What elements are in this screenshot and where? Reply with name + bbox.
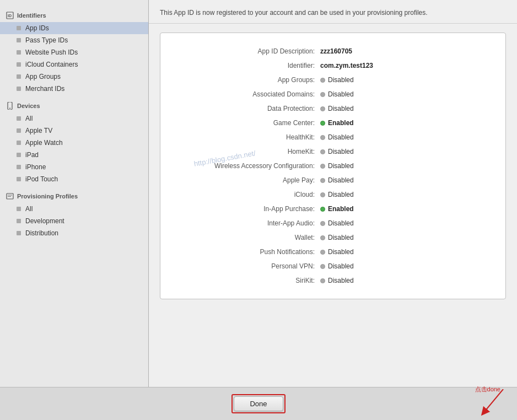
sidebar-item-app-ids[interactable]: App IDs — [0, 22, 148, 34]
sidebar-bullet-app-ids — [17, 26, 21, 30]
content-body: http://blog.csdn.net/ App ID Description… — [149, 24, 517, 387]
table-row: Data Protection:Disabled — [177, 101, 489, 116]
sidebar-bullet-app-groups — [17, 74, 21, 79]
sidebar-section-label-devices: Devices — [17, 103, 40, 109]
table-row: Associated Domains:Disabled — [177, 87, 489, 101]
row-value-11: Enabled — [320, 205, 354, 213]
sidebar-label-iphone: iPhone — [25, 163, 46, 171]
svg-point-3 — [9, 108, 10, 109]
info-card: http://blog.csdn.net/ App ID Description… — [160, 33, 506, 299]
sidebar-bullet-icloud-containers — [17, 62, 21, 67]
table-row: iCloud:Disabled — [177, 187, 489, 202]
row-label-14: Push Notifications: — [177, 248, 320, 256]
sidebar-bullet-apple-watch — [17, 141, 21, 145]
svg-text:ID: ID — [8, 14, 12, 18]
row-text-1: com.zym.test123 — [320, 62, 373, 69]
done-button[interactable]: Done — [234, 396, 283, 411]
sidebar-item-distribution[interactable]: Distribution — [0, 227, 148, 239]
annotation-text: 点击done — [475, 385, 500, 394]
status-dot-2 — [320, 78, 325, 83]
row-value-10: Disabled — [320, 191, 354, 198]
sidebar-item-apple-tv[interactable]: Apple TV — [0, 125, 148, 137]
row-text-3: Disabled — [328, 90, 354, 98]
row-value-13: Disabled — [320, 234, 354, 241]
sidebar-item-all[interactable]: All — [0, 112, 148, 125]
footer: Done 点击done — [0, 387, 517, 420]
sidebar-section-label-identifiers: Identifiers — [17, 12, 46, 19]
row-value-5: Enabled — [320, 119, 354, 127]
row-text-11: Enabled — [328, 205, 354, 213]
status-dot-11 — [320, 207, 325, 212]
sidebar-bullet-website-push-ids — [17, 50, 21, 55]
sidebar-label-icloud-containers: iCloud Containers — [25, 61, 78, 68]
sidebar-bullet-merchant-ids — [17, 87, 21, 91]
row-text-10: Disabled — [328, 191, 354, 198]
row-text-9: Disabled — [328, 176, 354, 184]
sidebar-item-website-push-ids[interactable]: Website Push IDs — [0, 46, 148, 58]
sidebar-label-pass-type-ids: Pass Type IDs — [25, 36, 68, 44]
row-text-13: Disabled — [328, 234, 354, 241]
status-dot-14 — [320, 250, 325, 255]
table-row: HealthKit:Disabled — [177, 130, 489, 144]
svg-line-7 — [484, 389, 503, 412]
sidebar-label-ipod-touch: iPod Touch — [25, 175, 58, 183]
sidebar-item-iphone[interactable]: iPhone — [0, 161, 148, 173]
sidebar-item-ipod-touch[interactable]: iPod Touch — [0, 173, 148, 185]
sidebar-label-all-profiles: All — [25, 205, 33, 213]
sidebar-item-pass-type-ids[interactable]: Pass Type IDs — [0, 34, 148, 46]
row-label-2: App Groups: — [177, 76, 320, 84]
row-label-4: Data Protection: — [177, 105, 320, 112]
sidebar-label-app-ids: App IDs — [25, 24, 49, 32]
row-text-8: Disabled — [328, 162, 354, 170]
sidebar-bullet-iphone — [17, 165, 21, 169]
status-dot-13 — [320, 235, 325, 240]
row-label-6: HealthKit: — [177, 133, 320, 141]
sidebar-item-apple-watch[interactable]: Apple Watch — [0, 137, 148, 149]
done-button-wrapper: Done — [234, 396, 283, 411]
table-row: Apple Pay:Disabled — [177, 173, 489, 187]
sidebar-item-development[interactable]: Development — [0, 215, 148, 227]
sidebar: IDIdentifiersApp IDsPass Type IDsWebsite… — [0, 0, 149, 387]
row-text-6: Disabled — [328, 133, 354, 141]
row-label-5: Game Center: — [177, 119, 320, 127]
table-row: Push Notifications:Disabled — [177, 245, 489, 259]
sidebar-bullet-pass-type-ids — [17, 38, 21, 42]
sidebar-section-provisioning-profiles: Provisioning Profiles — [0, 189, 148, 203]
row-text-5: Enabled — [328, 119, 354, 127]
svg-rect-4 — [7, 193, 13, 199]
row-text-12: Disabled — [328, 219, 354, 227]
status-dot-7 — [320, 149, 325, 154]
sidebar-item-app-groups[interactable]: App Groups — [0, 71, 148, 83]
status-dot-9 — [320, 178, 325, 183]
sidebar-item-icloud-containers[interactable]: iCloud Containers — [0, 58, 148, 71]
provisioning-profiles-icon — [6, 192, 14, 201]
table-row: Personal VPN:Disabled — [177, 259, 489, 273]
row-value-12: Disabled — [320, 219, 354, 227]
sidebar-label-apple-tv: Apple TV — [25, 127, 52, 134]
status-dot-12 — [320, 221, 325, 226]
sidebar-label-ipad: iPad — [25, 151, 39, 159]
sidebar-section-identifiers: IDIdentifiers — [0, 8, 148, 22]
row-label-13: Wallet: — [177, 234, 320, 241]
row-text-2: Disabled — [328, 76, 354, 84]
row-text-7: Disabled — [328, 148, 354, 155]
sidebar-item-merchant-ids[interactable]: Merchant IDs — [0, 83, 148, 95]
devices-icon — [6, 101, 14, 110]
row-label-12: Inter-App Audio: — [177, 219, 320, 227]
table-row: App ID Description:zzz160705 — [177, 44, 489, 58]
status-dot-3 — [320, 92, 325, 97]
row-value-16: Disabled — [320, 277, 354, 284]
sidebar-section-devices: Devices — [0, 98, 148, 112]
sidebar-label-apple-watch: Apple Watch — [25, 139, 63, 147]
sidebar-label-all: All — [25, 115, 33, 122]
sidebar-item-all-profiles[interactable]: All — [0, 203, 148, 215]
sidebar-bullet-all-profiles — [17, 207, 21, 211]
table-row: SiriKit:Disabled — [177, 273, 489, 288]
table-row: Game Center:Enabled — [177, 116, 489, 130]
content-area: This App ID is now registered to your ac… — [149, 0, 517, 387]
row-value-0: zzz160705 — [320, 47, 352, 55]
row-label-9: Apple Pay: — [177, 176, 320, 184]
status-dot-15 — [320, 264, 325, 269]
status-dot-6 — [320, 135, 325, 140]
sidebar-item-ipad[interactable]: iPad — [0, 149, 148, 161]
